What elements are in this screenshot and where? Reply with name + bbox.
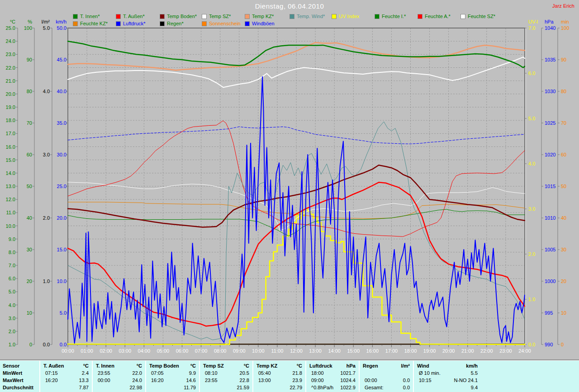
axis-tick-label: 50 <box>27 184 32 189</box>
table-value: 22.0 <box>106 370 142 376</box>
axis-tick-label: 1.0 <box>43 279 50 284</box>
axis-tick-label: 2.0 <box>9 329 15 334</box>
axis-tick-label: 1005 <box>545 247 555 252</box>
table-separator <box>252 361 253 392</box>
axis-tick-label: 0 <box>561 342 564 347</box>
axis-tick-label: 21.0 <box>6 78 15 84</box>
legend-item-temp-wind: Temp. Wind* <box>290 14 325 19</box>
axis-title-C: °C <box>10 19 15 24</box>
x-axis-label: 17:00 <box>385 348 398 354</box>
legend-item-t-aussen: T. Außen* <box>116 14 145 19</box>
axis-tick-label: 30.0 <box>57 152 66 157</box>
axis-tick-label: 11.0 <box>6 210 15 215</box>
axis-tick-label: 1030 <box>545 89 555 94</box>
axis-tick-label: 990 <box>545 342 553 347</box>
table-header-unit: °C <box>110 363 142 369</box>
stats-table: SensorMinWertMaxWertDurchschnittT. Außen… <box>0 360 579 392</box>
legend-swatch-luftdruck <box>116 21 121 26</box>
axis-tick-label: 10.0 <box>57 279 66 284</box>
legend-swatch-temp-wind <box>290 14 294 19</box>
legend-swatch-regen <box>160 21 165 26</box>
table-value: 21.59 <box>213 384 249 391</box>
axis-tick-label: 2.0 <box>43 215 50 221</box>
x-axis-label: 20:00 <box>442 348 455 354</box>
table-header-name: Regen <box>363 363 378 369</box>
table-row-label: MaxWert <box>3 377 24 383</box>
x-axis-label: 11:00 <box>271 348 284 354</box>
legend-item-windboeen: Windböen <box>245 21 275 26</box>
axis-tick-label: 35.0 <box>57 120 66 126</box>
legend-item-feuchte-kz: Feuchte KZ* <box>73 21 108 26</box>
x-axis-label: 12:00 <box>290 348 303 354</box>
table-value: 22.8 <box>213 377 249 383</box>
x-axis-label: 08:00 <box>214 348 227 354</box>
axis-title-uv: UV-I <box>528 19 538 24</box>
axis-tick-label: 7.0 <box>9 263 15 268</box>
axis-tick-label: 1.0 <box>9 342 15 347</box>
legend-label: UV Index <box>339 14 359 19</box>
table-value: N-NO 24.1 <box>441 377 478 383</box>
axis-tick-label: 3.0 <box>9 316 15 321</box>
axis-tick-label: 30 <box>27 247 32 252</box>
table-value: 14.6 <box>160 377 196 383</box>
x-axis-label: 13:00 <box>309 348 322 354</box>
legend-swatch-feuchte-a <box>418 14 422 19</box>
axis-tick-label: 14.0 <box>6 170 15 176</box>
legend-swatch-feuchte-sz <box>460 14 465 19</box>
axis-title-hpa: hPa <box>545 19 554 24</box>
legend-swatch-temp-boden <box>160 14 165 19</box>
x-axis-label: 24:00 <box>518 348 531 354</box>
table-row-label: MinWert <box>3 370 22 376</box>
table-value: 1022.9 <box>319 384 356 391</box>
axis-tick-label: 6.0 <box>528 71 535 76</box>
x-axis-label: 07:00 <box>195 348 208 354</box>
table-value: 0.0 <box>374 384 410 391</box>
axis-tick-label: 19.0 <box>6 104 15 110</box>
table-value: 2.4 <box>52 370 89 376</box>
legend-swatch-feuchte-i <box>375 14 380 19</box>
legend-item-temp-sz: Temp SZ* <box>202 14 231 19</box>
axis-tick-label: 0.0 <box>60 342 66 347</box>
axis-tick-label: 2.0 <box>528 251 535 257</box>
x-axis-label: 15:00 <box>347 348 360 354</box>
legend-item-luftdruck: Luftdruck* <box>116 21 146 26</box>
x-axis-label: 14:00 <box>328 348 341 354</box>
axis-title-min: min <box>561 19 569 24</box>
axis-tick-label: 50 <box>561 184 566 189</box>
axis-tick-label: 60 <box>561 152 566 157</box>
x-axis-label: 06:00 <box>176 348 189 354</box>
axis-tick-label: 1020 <box>545 152 555 157</box>
legend-swatch-sonnenschein <box>202 21 207 26</box>
table-value: 5.5 <box>441 370 478 376</box>
legend-label: Feuchte KZ* <box>80 21 108 26</box>
axis-tick-label: 90 <box>27 57 32 62</box>
x-axis-label: 10:00 <box>252 348 265 354</box>
table-value: 1021.7 <box>319 370 356 376</box>
table-value: 22.98 <box>106 384 142 391</box>
axis-tick-label: 1.0 <box>528 297 535 302</box>
axis-tick-label: 4.0 <box>528 161 535 166</box>
app-window: °C25.024.023.022.021.020.019.018.017.016… <box>0 0 579 392</box>
axis-tick-label: 16.0 <box>6 144 15 150</box>
axis-tick-label: 995 <box>545 310 553 316</box>
x-axis-label: 00:00 <box>62 348 74 354</box>
axis-tick-label: 20 <box>27 279 32 284</box>
legend-swatch-t-innen <box>73 14 78 19</box>
legend-item-sonnenschein: Sonnenschein <box>202 21 241 26</box>
axis-tick-label: 0.0 <box>43 342 50 347</box>
table-header-name: Wind <box>417 363 429 369</box>
axis-tick-label: 15.0 <box>57 247 66 252</box>
legend-label: T. Außen* <box>123 14 145 19</box>
axis-tick-label: 22.0 <box>6 65 15 71</box>
table-header-unit: °C <box>57 363 89 369</box>
x-axis-label: 01:00 <box>81 348 93 354</box>
legend-swatch-feuchte-kz <box>73 21 78 26</box>
axis-tick-label: 50.0 <box>57 25 66 31</box>
axis-tick-label: 5.0 <box>528 116 535 121</box>
axis-tick-label: 7.0 <box>528 25 535 31</box>
axis-tick-label: 10 <box>27 310 32 316</box>
x-axis-label: 23:00 <box>499 348 512 354</box>
axis-tick-label: 80 <box>561 89 566 94</box>
table-separator <box>39 361 40 392</box>
table-row-label: Sensor <box>3 363 19 369</box>
